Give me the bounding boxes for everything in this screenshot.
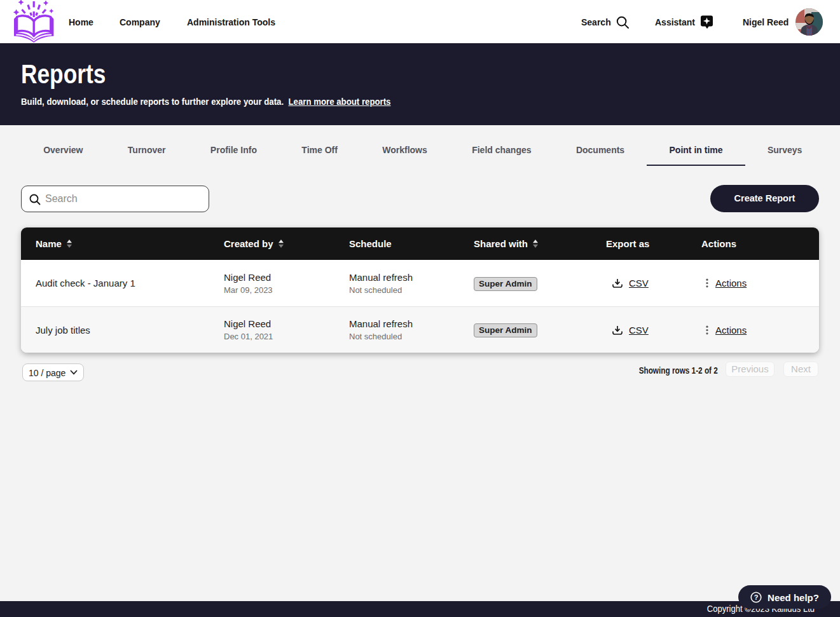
svg-text:?: ? [754, 593, 759, 601]
